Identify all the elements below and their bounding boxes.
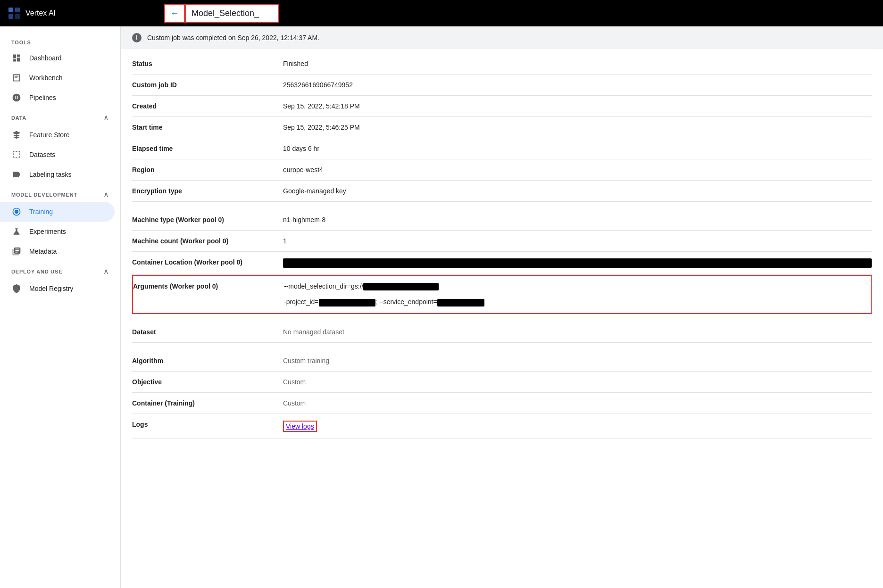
dataset-label: Dataset (132, 328, 283, 336)
machine-type-label: Machine type (Worker pool 0) (132, 216, 283, 224)
container-location-label: Container Location (Worker pool 0) (132, 258, 283, 266)
tools-section-label: TOOLS (0, 34, 120, 48)
row-machine-count: Machine count (Worker pool 0) 1 (132, 231, 872, 252)
model-dev-section-chevron[interactable]: ∧ (103, 190, 109, 199)
sidebar-item-model-registry-label: Model Registry (29, 285, 73, 292)
deploy-section-header: DEPLOY AND USE ∧ (0, 261, 120, 279)
arguments-label: Arguments (Worker pool 0) (133, 282, 284, 290)
encryption-type-label: Encryption type (132, 187, 283, 195)
row-container-training: Container (Training) Custom (132, 393, 872, 414)
row-container-location: Container Location (Worker pool 0) (132, 252, 872, 275)
region-value: europe-west4 (283, 166, 872, 174)
header-right: ← Model_Selection_ (164, 4, 875, 23)
sidebar-item-datasets[interactable]: Datasets (0, 145, 115, 165)
region-label: Region (132, 166, 283, 174)
custom-job-id-label: Custom job ID (132, 81, 283, 89)
sidebar-item-metadata-label: Metadata (29, 248, 57, 255)
sidebar-item-dashboard-label: Dashboard (29, 54, 62, 62)
machine-count-value: 1 (283, 237, 872, 245)
row-elapsed-time: Elapsed time 10 days 6 hr (132, 138, 872, 159)
status-value: Finished (283, 60, 872, 67)
row-created: Created Sep 15, 2022, 5:42:18 PM (132, 96, 872, 117)
row-region: Region europe-west4 (132, 159, 872, 181)
sidebar-item-pipelines-label: Pipelines (29, 94, 56, 101)
container-location-value (283, 258, 872, 268)
arg-redacted-1 (363, 283, 439, 290)
app-name: Vertex AI (25, 9, 56, 17)
arg-redacted-2 (319, 299, 375, 306)
sidebar-item-datasets-label: Datasets (29, 151, 55, 158)
row-objective: Objective Custom (132, 372, 872, 393)
data-section-label: DATA (11, 115, 26, 121)
sidebar-item-training[interactable]: Training (0, 202, 115, 222)
sidebar-item-model-registry[interactable]: Model Registry (0, 279, 115, 298)
vertex-ai-logo-icon (8, 7, 21, 20)
sidebar-item-experiments[interactable]: Experiments (0, 222, 115, 241)
sidebar-item-feature-store-label: Feature Store (29, 131, 70, 139)
arg-line-1-prefix: --model_selection_dir=gs:// (284, 282, 363, 290)
back-button[interactable]: ← (164, 4, 185, 23)
workbench-icon (11, 73, 22, 83)
metadata-icon (11, 246, 22, 257)
sidebar: TOOLS Dashboard Workbench Pipelines DATA… (0, 26, 121, 588)
top-header: Vertex AI ← Model_Selection_ (0, 0, 883, 26)
details-table-wrap: Status Finished Custom job ID 2563266169… (121, 53, 883, 439)
algorithm-value: Custom training (283, 357, 872, 364)
svg-rect-3 (15, 14, 20, 19)
sidebar-item-workbench-label: Workbench (29, 74, 63, 82)
sidebar-item-labeling-tasks[interactable]: Labeling tasks (0, 165, 115, 184)
page-title: Model_Selection_ (185, 4, 279, 23)
deploy-section-label: DEPLOY AND USE (11, 269, 62, 274)
sidebar-item-labeling-tasks-label: Labeling tasks (29, 171, 72, 178)
start-time-label: Start time (132, 124, 283, 131)
arg-redacted-3 (437, 299, 484, 306)
svg-rect-2 (8, 14, 13, 19)
datasets-icon (11, 149, 22, 160)
gap-2 (132, 314, 872, 322)
gap-1 (132, 202, 872, 209)
created-label: Created (132, 102, 283, 110)
arg-line-2-prefix: -project_id= (284, 298, 319, 306)
sidebar-item-dashboard[interactable]: Dashboard (0, 48, 115, 68)
labeling-tasks-icon (11, 169, 22, 180)
model-registry-icon (11, 283, 22, 294)
info-icon: i (132, 33, 142, 42)
row-custom-job-id: Custom job ID 2563266169066749952 (132, 75, 872, 96)
elapsed-time-value: 10 days 6 hr (283, 145, 872, 152)
dataset-value: No managed dataset (283, 328, 872, 336)
custom-job-id-value: 2563266169066749952 (283, 81, 872, 89)
arg-line-2-suffix: ; --service_endpoint= (375, 298, 437, 306)
machine-type-value: n1-highmem-8 (283, 216, 872, 224)
pipelines-icon (11, 92, 22, 103)
arg-line-2: -project_id=; --service_endpoint= (284, 298, 871, 306)
data-section-chevron[interactable]: ∧ (103, 113, 109, 122)
sidebar-item-metadata[interactable]: Metadata (0, 241, 115, 261)
machine-count-label: Machine count (Worker pool 0) (132, 237, 283, 245)
sidebar-item-pipelines[interactable]: Pipelines (0, 88, 115, 108)
elapsed-time-label: Elapsed time (132, 145, 283, 152)
sidebar-item-training-label: Training (29, 208, 53, 215)
logs-label: Logs (132, 421, 283, 428)
logs-value: View logs (283, 421, 872, 432)
svg-rect-1 (15, 8, 20, 12)
sidebar-item-feature-store[interactable]: Feature Store (0, 125, 115, 145)
svg-point-4 (15, 210, 18, 214)
deploy-section-chevron[interactable]: ∧ (103, 267, 109, 276)
arguments-value: --model_selection_dir=gs:// -project_id=… (284, 282, 871, 306)
row-dataset: Dataset No managed dataset (132, 322, 872, 343)
dashboard-icon (11, 53, 22, 63)
row-status: Status Finished (132, 53, 872, 75)
feature-store-icon (11, 130, 22, 140)
created-value: Sep 15, 2022, 5:42:18 PM (283, 102, 872, 110)
row-algorithm: Algorithm Custom training (132, 350, 872, 372)
data-section-header: DATA ∧ (0, 108, 120, 125)
logo-area: Vertex AI (8, 7, 158, 20)
view-logs-link[interactable]: View logs (283, 421, 317, 432)
start-time-value: Sep 15, 2022, 5:46:25 PM (283, 124, 872, 131)
row-encryption-type: Encryption type Google-managed key (132, 181, 872, 202)
container-training-label: Container (Training) (132, 399, 283, 407)
main-layout: TOOLS Dashboard Workbench Pipelines DATA… (0, 26, 883, 588)
sidebar-item-workbench[interactable]: Workbench (0, 68, 115, 88)
main-content: i Custom job was completed on Sep 26, 20… (121, 26, 883, 588)
encryption-type-value: Google-managed key (283, 187, 872, 195)
